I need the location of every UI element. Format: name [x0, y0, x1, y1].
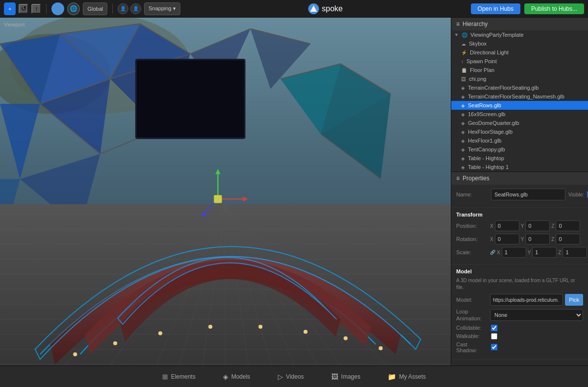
hierarchy-item-seatrows[interactable]: ◈SeatRows.glb: [451, 101, 588, 110]
pick-button[interactable]: Pick: [565, 294, 583, 306]
hierarchy-item-geodome[interactable]: ◈GeoDomeQuarter.glb: [451, 119, 588, 127]
cast-shadow-row: Cast Shadow:: [456, 341, 583, 353]
add-button[interactable]: +: [4, 2, 16, 15]
loop-anim-select[interactable]: None: [490, 309, 583, 321]
bottom-tab-my-assets[interactable]: 📁My Assets: [384, 371, 430, 383]
publish-to-hubs-button[interactable]: Publish to Hubs...: [524, 3, 584, 14]
bottom-tab-label: Models: [231, 373, 250, 380]
hierarchy-item-root[interactable]: ▼🌐ViewingPartyTemplate: [451, 30, 588, 39]
scale-x-label: X: [497, 250, 500, 255]
bottom-tab-elements[interactable]: ⊞Elements: [158, 371, 199, 383]
hierarchy-item-dirlight[interactable]: ⚡Directional Light: [451, 48, 588, 57]
hierarchy-item-label: TerrainCraterFloorSeating.glb: [468, 85, 539, 91]
scale-label: Scale:: [456, 249, 488, 255]
rot-x-label: X: [490, 237, 493, 242]
hierarchy-item-tablehigh1[interactable]: ◈Table - Hightop 1: [451, 163, 588, 171]
hierarchy-item-icon: ◈: [461, 156, 465, 161]
bottom-tab-label: Videos: [286, 373, 304, 380]
cast-shadow-label: Cast Shadow:: [456, 341, 488, 353]
main-area: Viewport: [0, 18, 588, 365]
svg-point-66: [303, 330, 307, 334]
model-label: Model:: [456, 297, 488, 303]
bottom-tab-label: Elements: [171, 373, 196, 380]
bottom-tab-icon: ⊞: [162, 373, 168, 381]
user-icon: 👤: [118, 3, 128, 14]
bottom-tab-images[interactable]: 🖼Images: [327, 371, 364, 383]
snapping-button[interactable]: Snapping ▾: [144, 2, 180, 15]
name-label: Name:: [456, 192, 488, 197]
hierarchy-list: ▼🌐ViewingPartyTemplate☁Skybox⚡Directiona…: [451, 30, 588, 171]
pos-y-input[interactable]: [525, 220, 550, 231]
pos-z-input[interactable]: [556, 220, 580, 231]
hierarchy-item-tablehigh[interactable]: ◈Table - Hightop: [451, 154, 588, 163]
refresh-button[interactable]: ↺: [19, 4, 28, 14]
logo-icon: [308, 3, 319, 14]
hierarchy-item-icon: ☁: [461, 41, 466, 47]
pos-x-label: X: [490, 223, 493, 229]
toolbar-right: Open in Hubs Publish to Hubs...: [471, 3, 584, 14]
position-label: Position:: [456, 223, 488, 229]
hierarchy-item-icon: 🌐: [462, 32, 467, 38]
svg-point-62: [113, 341, 117, 345]
scale-xyz: 🔗 X Y Z: [490, 247, 587, 258]
hierarchy-item-icon: ◈: [461, 165, 465, 170]
walkable-checkbox[interactable]: [491, 333, 497, 339]
hierarchy-panel: ≡ Hierarchy ▼🌐ViewingPartyTemplate☁Skybo…: [451, 18, 588, 172]
bottom-tab-videos[interactable]: ▷Videos: [274, 371, 308, 383]
hierarchy-item-floorplan[interactable]: 📋Floor Plan: [451, 66, 588, 74]
open-in-hubs-button[interactable]: Open in Hubs: [471, 3, 520, 14]
globe-mode-icon[interactable]: 🌐: [67, 2, 80, 15]
model-url-row: Model: Pick: [456, 294, 583, 306]
plus-icon: +: [8, 6, 11, 12]
name-input[interactable]: [491, 189, 565, 200]
transform-section: Transform Position: X Y Z Rotation:: [451, 208, 588, 265]
bottom-tab-label: My Assets: [399, 373, 426, 380]
viewport[interactable]: Viewport: [0, 18, 451, 365]
hierarchy-item-icon: ◈: [461, 103, 465, 108]
hierarchy-item-hexfloor1[interactable]: ◈HexFloor1.glb: [451, 136, 588, 145]
collidable-checkbox[interactable]: [491, 325, 497, 331]
rotation-row: Rotation: X Y Z: [456, 234, 583, 244]
model-url-input[interactable]: [490, 294, 563, 306]
hierarchy-item-screen[interactable]: ◈16x9Screen.glb: [451, 110, 588, 119]
walkable-label: Walkable:: [456, 333, 488, 339]
rot-y-input[interactable]: [525, 234, 550, 244]
hierarchy-item-tentcanopy[interactable]: ◈TentCanopy.glb: [451, 145, 588, 154]
hierarchy-item-label: TerrainCraterFloorSeating_Navmesh.glb: [468, 94, 564, 99]
model-section: Model A 3D model in your scene, loaded f…: [451, 265, 588, 360]
bottom-tab-icon: 📁: [388, 373, 396, 381]
sphere-mode-icon[interactable]: [51, 2, 64, 15]
rot-x-input[interactable]: [495, 234, 519, 244]
bottom-tab-models[interactable]: ◈Models: [219, 371, 254, 383]
separator2: [112, 4, 113, 14]
pos-x-input[interactable]: [495, 220, 519, 231]
hierarchy-item-label: Directional Light: [470, 49, 509, 55]
name-section: Name: Visible:: [451, 185, 588, 208]
bottom-bar: ⊞Elements◈Models▷Videos🖼Images📁My Assets: [0, 365, 588, 387]
scale-z-input[interactable]: [563, 247, 587, 258]
global-button[interactable]: Global: [83, 2, 107, 15]
scale-y-input[interactable]: [532, 247, 557, 258]
hierarchy-item-terrain2[interactable]: ◈TerrainCraterFloorSeating_Navmesh.glb: [451, 92, 588, 101]
hierarchy-item-chipng[interactable]: 🖼chi.png: [451, 74, 588, 83]
model-desc: A 3D model in your scene, loaded from a …: [456, 277, 583, 291]
rot-z-input[interactable]: [556, 234, 580, 244]
svg-point-67: [343, 336, 347, 340]
toolbar: + ↺ ↑ 🌐 Global 👤 👤 Snapping ▾ spoke Open…: [0, 0, 588, 18]
hierarchy-item-icon: ↕: [461, 59, 464, 64]
scale-x-input[interactable]: [502, 247, 526, 258]
hierarchy-item-terrain1[interactable]: ◈TerrainCraterFloorSeating.glb: [451, 83, 588, 92]
cast-shadow-checkbox[interactable]: [491, 344, 497, 350]
position-xyz: X Y Z: [490, 220, 583, 231]
visible-label: Visible:: [568, 192, 584, 197]
upload-button[interactable]: ↑: [31, 4, 41, 14]
hierarchy-item-spawn[interactable]: ↕Spawn Point: [451, 57, 588, 66]
hierarchy-item-hexfloorstage[interactable]: ◈HexFloorStage.glb: [451, 127, 588, 136]
hierarchy-item-label: Spawn Point: [466, 58, 497, 64]
right-panel: ≡ Hierarchy ▼🌐ViewingPartyTemplate☁Skybo…: [451, 18, 588, 365]
hierarchy-item-skybox[interactable]: ☁Skybox: [451, 39, 588, 48]
hierarchy-item-label: TentCanopy.glb: [468, 146, 505, 152]
hierarchy-item-label: 16x9Screen.glb: [468, 111, 505, 117]
rot-z-label: Z: [551, 237, 554, 242]
rotation-xyz: X Y Z: [490, 234, 583, 244]
